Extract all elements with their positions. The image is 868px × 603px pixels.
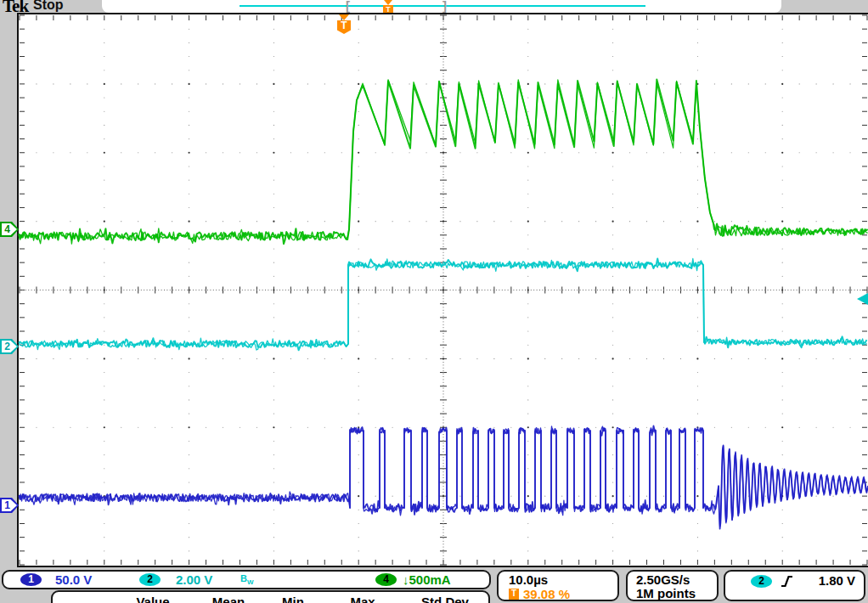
measurement-header-min: Min (282, 595, 304, 603)
measurement-table: Value Mean Min Max Std Dev (51, 590, 490, 603)
channel-4-position-marker[interactable]: 4 (0, 222, 19, 237)
trigger-readout-panel: 2 1.80 V (724, 570, 865, 601)
trigger-position-readout: T 39.08 % (509, 587, 570, 601)
trigger-position-percent: 39.08 % (523, 587, 570, 601)
channel-2-position-marker[interactable]: 2 (0, 339, 19, 354)
scope-graticule-area (17, 13, 868, 567)
channel-1-position-marker[interactable]: 1 (0, 498, 19, 513)
measurement-header-stddev: Std Dev (421, 595, 469, 603)
channel-scale-readout-panel: 1 50.0 V 2 2.00 V BW 4 ↓500mA (2, 570, 491, 589)
top-bar: Tek Stop [ ] T (0, 0, 868, 13)
channel-1-scale[interactable]: 50.0 V (55, 572, 92, 587)
waveform-canvas (17, 13, 868, 567)
waveform-record-bar[interactable]: [ ] T (102, 0, 781, 13)
trigger-level-arrow-icon[interactable] (857, 293, 868, 305)
channel-4-badge[interactable]: 4 (375, 573, 397, 586)
trigger-arrow-icon (384, 0, 392, 5)
channel-4-label: 4 (2, 223, 13, 235)
channel-4-scale[interactable]: ↓500mA (403, 572, 451, 587)
measurement-header-value: Value (136, 595, 169, 603)
record-length: 1M points (636, 586, 696, 600)
measurement-header-max: Max (350, 595, 375, 603)
channel-2-label: 2 (2, 341, 13, 352)
channel-1-label: 1 (2, 499, 13, 511)
channel-2-badge[interactable]: 2 (139, 573, 161, 586)
bandwidth-limit-icon: BW (240, 573, 254, 586)
channel-1-badge[interactable]: 1 (20, 573, 42, 586)
trigger-position-flag[interactable]: T (337, 14, 351, 34)
channel-2-scale[interactable]: 2.00 V (176, 572, 212, 587)
trigger-arrow-icon (339, 14, 349, 20)
measurement-header-mean: Mean (212, 595, 245, 603)
rising-edge-icon (780, 574, 794, 592)
trigger-source-badge[interactable]: 2 (751, 575, 772, 588)
oscilloscope-display: Tek Stop [ ] T T 4 2 1 1 50. (0, 0, 868, 603)
trigger-level[interactable]: 1.80 V (819, 573, 855, 588)
record-window-bracket-left[interactable]: [ (346, 0, 350, 13)
record-window-bracket-right[interactable]: ] (442, 0, 447, 13)
acquisition-status: Stop (33, 0, 64, 13)
trigger-t-icon: T (509, 589, 519, 600)
sample-rate: 2.50GS/s (636, 572, 690, 587)
timebase-scale[interactable]: 10.0µs (509, 572, 548, 587)
acquisition-readout-panel: 2.50GS/s 1M points (626, 570, 719, 601)
horizontal-readout-panel: 10.0µs T 39.08 % (497, 570, 619, 601)
trigger-t-icon: T (337, 20, 351, 34)
